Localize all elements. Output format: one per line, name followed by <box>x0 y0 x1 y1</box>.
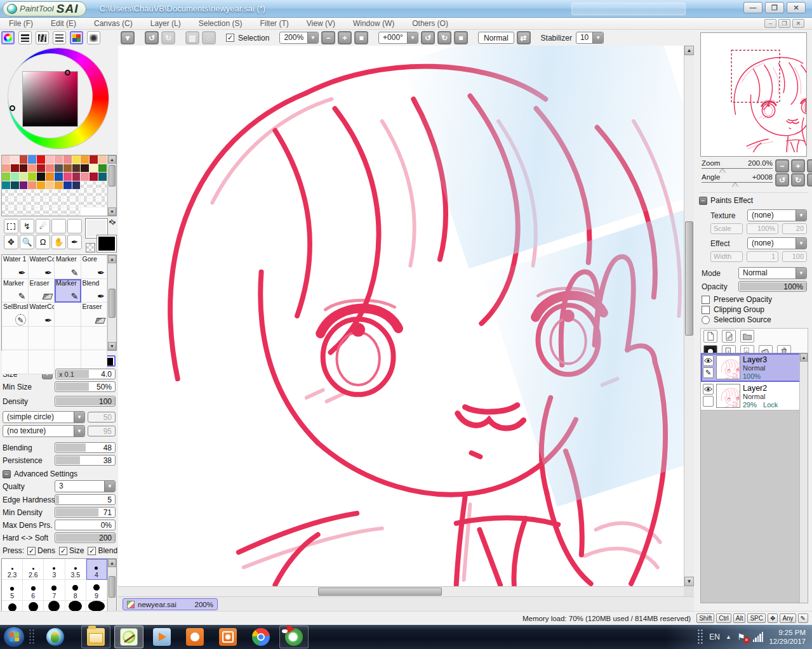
color-swatch[interactable] <box>37 181 46 190</box>
color-swatch[interactable] <box>81 190 90 199</box>
nav-zoom-reset-button[interactable]: ■ <box>807 159 812 173</box>
tool-item[interactable]: Eraser <box>29 279 55 303</box>
swap-colors-icon[interactable]: ⇄ <box>107 216 118 227</box>
color-swatch[interactable] <box>2 207 11 216</box>
color-swatch[interactable] <box>37 155 46 164</box>
clock[interactable]: 9:25 PM 12/29/2017 <box>769 628 806 646</box>
color-swatch[interactable] <box>11 155 20 164</box>
color-swatch[interactable] <box>11 190 20 199</box>
color-swatch[interactable] <box>81 155 90 164</box>
new-linework-layer-button[interactable] <box>722 330 736 343</box>
canvas-vertical-scrollbar[interactable]: ▲ ▼ <box>684 46 694 586</box>
advanced-param-slider[interactable]: 0% <box>55 520 116 530</box>
flip-horizontal-button[interactable]: ⇄ <box>517 31 531 44</box>
press-checkbox[interactable]: ✓ <box>27 547 36 555</box>
color-swatch[interactable] <box>81 199 90 207</box>
sv-marker[interactable] <box>65 70 70 75</box>
chevron-down-icon[interactable]: ▼ <box>795 238 806 249</box>
color-swatch[interactable] <box>81 181 90 190</box>
angle-combobox[interactable]: +000° ▼ <box>378 32 418 44</box>
density-slider[interactable]: 100 <box>55 396 116 407</box>
brush-size-item[interactable]: 2.3 <box>2 559 23 580</box>
canvas-horizontal-scrollbar[interactable] <box>118 586 684 596</box>
transparent-color-chip[interactable] <box>86 243 95 252</box>
selection-source-radio[interactable] <box>702 316 710 324</box>
color-swatch[interactable] <box>55 181 63 190</box>
doc-minimize-button[interactable]: – <box>764 19 776 28</box>
taskbar-painttool-sai[interactable] <box>114 626 143 648</box>
tool-item[interactable] <box>55 327 81 351</box>
color-swatch[interactable] <box>2 173 11 181</box>
color-swatch[interactable] <box>20 155 29 164</box>
color-swatch[interactable] <box>63 155 72 164</box>
zoom-reset-button[interactable]: ■ <box>354 31 368 44</box>
layer-visibility-toggle[interactable] <box>703 355 714 366</box>
color-swatch[interactable] <box>2 164 11 173</box>
tool-item[interactable] <box>55 303 81 327</box>
taskbar-capture-app-1[interactable] <box>180 626 210 648</box>
blending-slider[interactable]: 48 <box>55 442 116 453</box>
menu-item[interactable]: Canvas (C) <box>85 19 142 28</box>
press-checkbox[interactable]: ✓ <box>88 547 96 555</box>
nav-rotate-ccw-button[interactable]: ↺ <box>775 173 789 187</box>
color-swatch[interactable] <box>98 181 107 190</box>
advanced-param-slider[interactable]: 71 <box>55 507 116 518</box>
color-swatch[interactable] <box>98 164 107 173</box>
menu-item[interactable]: Window (W) <box>344 19 403 28</box>
menu-item[interactable]: Others (O) <box>403 19 457 28</box>
menu-item[interactable]: Edit (E) <box>42 19 85 28</box>
taskbar-capture-app-2[interactable] <box>213 626 243 648</box>
color-swatch[interactable] <box>63 199 72 207</box>
color-swatch[interactable] <box>28 164 37 173</box>
press-checkbox[interactable]: ✓ <box>59 547 67 555</box>
color-swatch[interactable] <box>63 207 72 216</box>
empty-tool-slot[interactable] <box>67 219 82 233</box>
scroll-up-icon[interactable]: ▲ <box>108 155 116 164</box>
tool-item[interactable]: Marker <box>55 279 81 303</box>
chevron-down-icon[interactable]: ▼ <box>307 32 318 43</box>
tool-item[interactable] <box>29 350 55 374</box>
effect-combobox[interactable]: (none) ▼ <box>747 237 807 249</box>
tool-item[interactable]: WaterCc <box>29 255 55 279</box>
start-button[interactable] <box>3 626 25 648</box>
tool-item[interactable]: WaterCc <box>29 303 55 327</box>
taskbar-parrot-app[interactable] <box>41 626 70 648</box>
tool-item[interactable]: SelBrush <box>2 303 29 327</box>
color-swatch[interactable] <box>28 199 37 207</box>
color-swatch[interactable] <box>63 190 72 199</box>
color-swatch[interactable] <box>72 164 81 173</box>
new-folder-button[interactable] <box>740 330 754 343</box>
layer-row[interactable]: Layer3 Normal 100% <box>701 353 808 382</box>
rect-select-tool[interactable] <box>4 219 18 233</box>
collapse-icon[interactable]: − <box>3 470 11 478</box>
quality-combobox[interactable]: 3 ▼ <box>55 480 116 492</box>
brush-size-item[interactable]: 4 <box>86 559 107 580</box>
color-swatch[interactable] <box>37 207 46 216</box>
color-swatch[interactable] <box>20 199 29 207</box>
rotate-view-tool[interactable]: Ω <box>36 235 50 249</box>
color-swatch[interactable] <box>11 181 20 190</box>
zoom-in-button[interactable]: ＋ <box>338 31 352 44</box>
scroll-down-icon[interactable]: ▼ <box>108 207 116 216</box>
new-layer-button[interactable] <box>703 330 717 343</box>
brush-size-item[interactable]: 3 <box>44 559 65 580</box>
tool-item[interactable]: Blend <box>81 279 108 303</box>
tray-expand-icon[interactable]: ▲ <box>726 634 731 640</box>
size-slider[interactable]: x 0.1 4.0 <box>55 369 116 379</box>
undo-button[interactable]: ↺ <box>145 31 159 44</box>
nav-zoom-out-button[interactable]: − <box>775 159 789 173</box>
empty-tool-slot[interactable] <box>51 219 66 233</box>
color-swatch[interactable] <box>2 190 11 199</box>
tools-scrollbar[interactable]: ▲ ▼ <box>107 255 116 350</box>
color-swatch[interactable] <box>98 199 107 207</box>
color-swatch[interactable] <box>72 190 81 199</box>
zoom-combobox[interactable]: 200% ▼ <box>279 32 319 44</box>
color-swatch[interactable] <box>20 190 29 199</box>
invert-selection-button[interactable]: ◌ <box>202 31 216 44</box>
navigator-thumbnail[interactable] <box>700 32 807 157</box>
doc-close-button[interactable]: ✕ <box>792 19 804 28</box>
color-swatch[interactable] <box>28 190 37 199</box>
color-swatch[interactable] <box>37 164 46 173</box>
view-normal-button[interactable]: Normal <box>478 32 514 44</box>
hsv-slider-panel-button[interactable] <box>36 31 49 44</box>
